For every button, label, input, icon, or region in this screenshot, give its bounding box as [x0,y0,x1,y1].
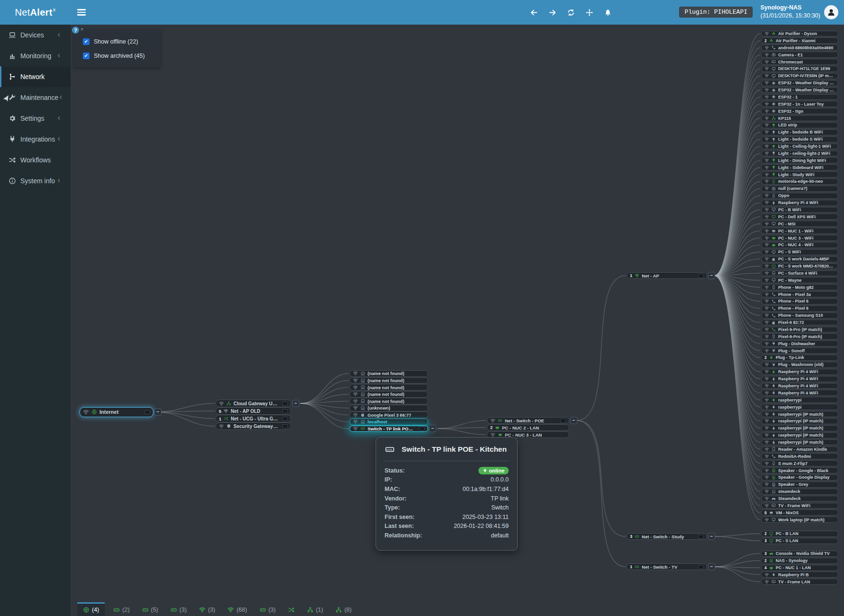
bell-icon[interactable] [604,9,612,17]
graph-node-raspberry-pi-4-wifi[interactable]: Raspberry Pi 4 WiFi [761,390,838,396]
graph-node-speaker-google-black[interactable]: Speaker - Google - Black [761,467,838,473]
graph-node-console-nvidia-shield-tv[interactable]: 3Console - Nvidia Shield TV [761,551,838,557]
sidebar-item-settings[interactable]: Settings [0,108,71,129]
graph-node-pc-surface-4-wifi[interactable]: PC - Surface 4 WiFi [761,270,838,277]
graph-node-name-not-found[interactable]: (name not found) [350,391,428,398]
app-logo[interactable]: NetAlertx [0,0,71,25]
graph-node-steamdeck[interactable]: Steamdeck [761,496,838,502]
subnet-tab-8[interactable] [284,602,298,616]
graph-node-vm-nixos[interactable]: 5VM - NixOS [761,509,838,516]
checkbox[interactable]: ✔ [83,38,90,45]
hamburger-menu-icon[interactable] [77,8,86,16]
collapse-button[interactable]: − [154,409,162,416]
graph-node-pc-b-lan[interactable]: 2PC - B LAN [761,531,838,537]
graph-node-pc-nuc-1-lan[interactable]: 4PC - NUC 1 - LAN [761,565,838,571]
graph-node-google-pixel-3-66-77[interactable]: Google Pixel 3 66:77 [350,411,428,418]
subnet-tab-2[interactable]: (2) [109,602,133,616]
graph-node-pc-s-work-daniels-mbp[interactable]: PC - S work Daniels-MBP [761,256,838,262]
graph-node-raspberrypi-ip-match[interactable]: raspberrypi (IP match) [761,418,838,424]
graph-node-name-not-found[interactable]: (name not found) [350,370,428,377]
graph-node-pc-nuc-3-wifi[interactable]: PC - NUC 3 - WiFi [761,235,838,241]
refresh-icon[interactable] [567,9,575,17]
sidebar-item-integrations[interactable]: Integrations [0,129,71,150]
subnet-tab-4[interactable]: (3) [167,602,190,616]
graph-node-tv-frame-lan[interactable]: TV - Frame LAN [761,579,838,585]
graph-node-air-purifier-xiaomi[interactable]: 2Air Purifier - Xiaomi [761,37,838,44]
plugin-status-badge[interactable]: Plugin: PIHOLEAPI [679,7,753,18]
graph-node-phone-samsung-s10[interactable]: Phone - Samsung S10 [761,312,838,319]
graph-node-raspberrypi-ip-match[interactable]: raspberrypi (IP match) [761,432,838,438]
graph-node-phone-pixel-3a[interactable]: Phone - Pixel 3a [761,291,838,297]
graph-node-cloud-gateway-ultra[interactable]: Cloud Gateway Ultra− [215,400,291,407]
sidebar-item-maintenance[interactable]: Maintenance [0,87,71,108]
subnet-tab-3[interactable]: (5) [138,602,162,616]
subnet-tab-6[interactable]: (68) [224,602,251,616]
graph-node-net-ap[interactable]: 1Net - AP− [627,272,707,279]
graph-node-raspberry-pi-4-wifi[interactable]: Raspberry Pi 4 WiFi [761,200,838,206]
graph-node-light-ceiling-light-2-wifi[interactable]: Light - ceiling-light-2 WiFi [761,151,838,157]
graph-node-motorola-edge-50-neo[interactable]: motorola-edge-50-neo [761,179,838,185]
graph-node-plug-tp-link[interactable]: 2Plug - Tp-Link [761,355,838,361]
graph-node-raspberry-pi-4-wifi[interactable]: Raspberry Pi 4 WiFi [761,369,838,375]
subnet-tab-9[interactable]: (1) [303,602,327,616]
graph-node-led-strip[interactable]: LED strip [761,122,838,128]
graph-node-raspberry-pi-b[interactable]: Raspberry Pi B [761,571,838,578]
graph-node-chromecast[interactable]: Chromecast [761,59,838,65]
graph-node-phone-pixel-6[interactable]: Phone - Pixel 6 [761,298,838,304]
graph-node-pc-s-wifi[interactable]: PC - S WiFi [761,249,838,255]
graph-node-air-purifier-dyson[interactable]: Air Purifier - Dyson [761,31,838,37]
collapse-button[interactable]: − [429,425,436,432]
graph-node-raspberrypi-ip-match[interactable]: raspberrypi (IP match) [761,439,838,446]
graph-node-desktop-iv7e55n-ip-match[interactable]: DESKTOP-IV7E55N (IP match) [761,73,838,79]
graph-node-raspberry-pi-4-wifi[interactable]: Raspberry Pi 4 WiFi [761,376,838,382]
graph-node-null-camera[interactable]: null (camera?) [761,186,838,192]
graph-node-name-not-found[interactable]: (name not found) [350,377,428,384]
graph-node-light-dining-light-wifi[interactable]: Light - Dining light WiFi [761,157,838,163]
collapse-button[interactable]: − [708,533,715,540]
graph-node-pc-nuc-4-wifi[interactable]: PC - NUC 4 - WiFi [761,242,838,248]
collapse-button[interactable]: − [292,400,299,407]
graph-node-switch-tp-link-poe-kitchen[interactable]: Switch - TP link POE - Kitchen− [350,426,428,432]
help-icon[interactable]: ? [72,27,79,34]
graph-node-raspberry-pi-4-wifi[interactable]: Raspberry Pi 4 WiFi [761,383,838,389]
graph-node-desktop-h71l7ge-1e99[interactable]: DESKTOP-H71L7GE 1E99 [761,66,838,72]
graph-node-esp32-1n-laser-toy[interactable]: ESP32 - 1n - Laser Toy [761,101,838,107]
graph-node-net-ap-old[interactable]: 5Net - AP OLD [215,407,291,415]
move-icon[interactable] [585,9,593,17]
graph-node-name-not-found[interactable]: (name not found) [350,398,428,404]
graph-node-steamdeck[interactable]: steamdeck [761,489,838,495]
graph-node-light-bedside-b-wifi[interactable]: Light - bedside B WiFi [761,129,838,135]
graph-node-pixel-6-82-72[interactable]: Pixel-6 82:72 [761,320,838,326]
collapse-button[interactable]: − [708,563,715,571]
graph-node-pc-wayne[interactable]: PC - Wayne [761,277,838,283]
graph-node-oppo[interactable]: Oppo [761,193,838,199]
graph-node-phone-pixel-6[interactable]: Phone - Pixel 6 [761,305,838,312]
graph-node-work-laptop-ip-match[interactable]: Work laptop (IP match) [761,517,838,523]
graph-node-pc-nuc-2-lan[interactable]: 2PC - NUC 2 - LAN [487,424,569,431]
graph-node-net-switch-tv[interactable]: 1Net - Switch - TV− [627,563,707,570]
graph-node-speaker-grey[interactable]: Speaker - Grey [761,482,838,488]
graph-node-tv-frame-wifi[interactable]: TV - Frame WiFi [761,503,838,509]
graph-node-s-mum-z-flip7[interactable]: S mum Z-Flip7 [761,460,838,466]
forward-icon[interactable] [548,9,557,17]
subnet-tab-10[interactable]: (8) [332,602,355,616]
subnet-tab-7[interactable]: (3) [256,602,279,616]
graph-node-esp32-weather-display-w[interactable]: ESP32 - Weather Display (w… [761,87,838,93]
graph-node-esp32-1[interactable]: ESP32 - 1 [761,94,838,100]
graph-node-plug-washroom-old[interactable]: Plug - Washroom (old) [761,362,838,368]
graph-node-plug-dishwasher[interactable]: Plug - Dishwasher [761,340,838,347]
sidebar-item-workflows[interactable]: Workflows [0,150,71,170]
graph-node-android-68608b93a00e4690[interactable]: android-68608b93a00e4690 [761,45,838,51]
graph-node-kp115[interactable]: KP115 [761,115,838,121]
graph-node-light-ceiling-light-1-wifi[interactable]: Light - Ceiling-light-1 WiFi [761,143,838,150]
graph-node-security-gateway-usg[interactable]: Security Gateway - USG [215,422,291,430]
graph-node-raspberrypi[interactable]: raspberrypi [761,397,838,403]
sidebar-item-system-info[interactable]: System info [0,170,71,191]
graph-node-localhost[interactable]: localhost [350,419,428,425]
help-control[interactable]: ? [72,27,84,34]
graph-node-light-bedside-s-wifi[interactable]: Light - bedside S WiFi [761,136,838,143]
graph-node-esp32-ttgo[interactable]: ESP32 - ttgo [761,108,838,114]
sidebar-item-monitoring[interactable]: Monitoring [0,45,71,66]
graph-node-redmi5a-redmi[interactable]: Redmi5A-Redmi [761,453,838,459]
graph-node-speaker-google-display[interactable]: Speaker - Google Display [761,474,838,481]
